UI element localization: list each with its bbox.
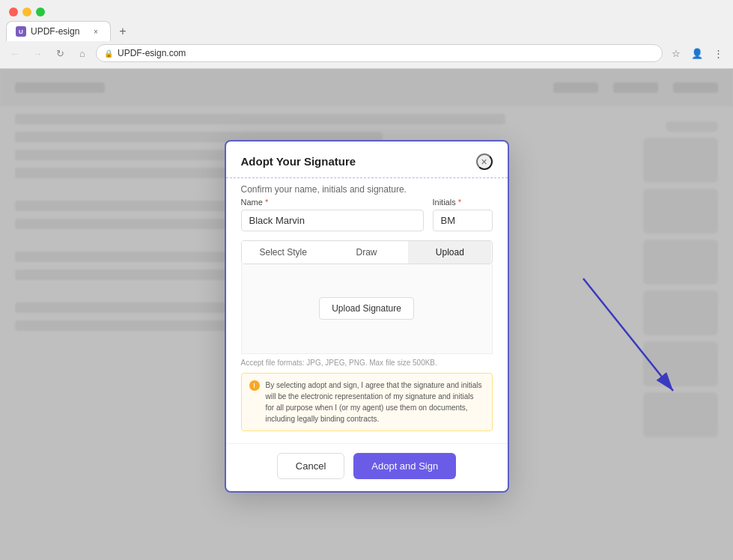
initials-group: Initials * [433,198,493,231]
signature-tabs: Select Style Draw Upload [241,240,493,264]
initials-input[interactable] [433,210,493,231]
traffic-light-red[interactable] [9,7,18,16]
menu-button[interactable]: ⋮ [709,44,727,62]
back-button[interactable]: ← [6,44,24,62]
modal-close-button[interactable]: × [476,153,493,170]
url-bar[interactable]: 🔒 UPDF-esign.com [96,44,663,62]
tab-favicon: U [16,26,26,37]
tab-draw[interactable]: Draw [325,241,408,264]
form-row: Name * Initials * [241,198,493,231]
adopt-signature-modal: Adopt Your Signature × Confirm your name… [225,140,509,493]
initials-label: Initials * [433,198,493,207]
tab-upload[interactable]: Upload [408,241,491,264]
cancel-button[interactable]: Cancel [277,453,344,479]
name-required: * [265,198,268,207]
address-bar: ← → ↻ ⌂ 🔒 UPDF-esign.com ☆ 👤 ⋮ [0,41,733,68]
traffic-lights [0,0,733,21]
modal-backdrop: Adopt Your Signature × Confirm your name… [0,69,733,560]
tab-close-button[interactable]: × [91,26,101,37]
refresh-button[interactable]: ↻ [51,44,69,62]
new-tab-button[interactable]: + [114,22,132,40]
upload-hint: Accept file formats: JPG, JPEG, PNG. Max… [241,359,493,367]
url-text: UPDF-esign.com [118,48,186,58]
lock-icon: 🔒 [104,49,113,58]
bookmark-button[interactable]: ☆ [667,44,685,62]
upload-signature-button[interactable]: Upload Signature [319,297,414,320]
browser-actions: ☆ 👤 ⋮ [667,44,727,62]
modal-body: Name * Initials * Sele [226,198,508,443]
modal-title: Adopt Your Signature [241,155,356,168]
initials-required: * [458,198,461,207]
tab-title: UPDF-esign [31,26,79,37]
modal-subtitle: Confirm your name, initials and signatur… [226,178,508,198]
agreement-box: ! By selecting adopt and sign, I agree t… [241,373,493,431]
traffic-light-yellow[interactable] [22,7,31,16]
warning-icon: ! [249,380,260,391]
browser-chrome: U UPDF-esign × + ← → ↻ ⌂ 🔒 UPDF-esign.co… [0,0,733,69]
name-group: Name * [241,198,424,231]
forward-button[interactable]: → [28,44,46,62]
adopt-and-sign-button[interactable]: Adopt and Sign [353,453,456,479]
page-background: Adopt Your Signature × Confirm your name… [0,69,733,560]
home-button[interactable]: ⌂ [73,44,91,62]
traffic-light-green[interactable] [36,7,45,16]
tab-select-style[interactable]: Select Style [242,241,325,264]
browser-tab[interactable]: U UPDF-esign × [6,21,111,41]
modal-header: Adopt Your Signature × [226,141,508,178]
agreement-text: By selecting adopt and sign, I agree tha… [266,380,484,424]
modal-footer: Cancel Adopt and Sign [226,443,508,491]
upload-area: Upload Signature [241,264,493,354]
tab-bar: U UPDF-esign × + [0,21,733,41]
profile-button[interactable]: 👤 [688,44,706,62]
name-label: Name * [241,198,424,207]
name-input[interactable] [241,210,424,231]
